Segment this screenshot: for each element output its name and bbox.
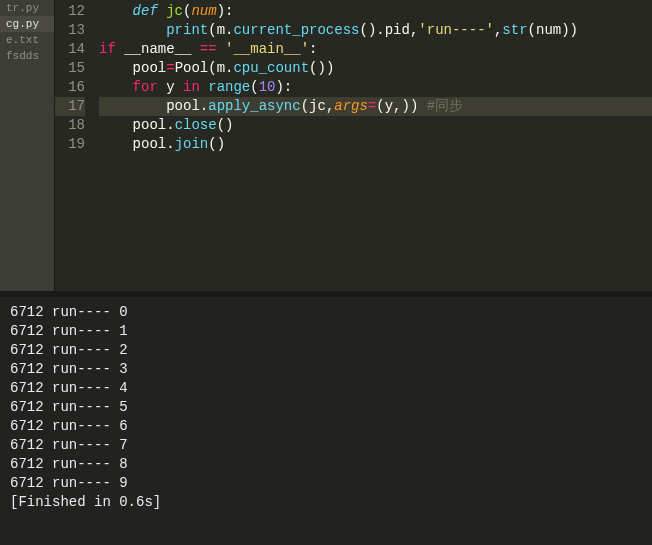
token: : [309,41,317,57]
token: jc [309,98,326,114]
output-console[interactable]: 6712 run---- 0 6712 run---- 1 6712 run--… [0,297,652,545]
token: apply_async [208,98,300,114]
token: join [175,136,209,152]
code-line[interactable]: def jc(num): [99,2,652,21]
token: current_process [233,22,359,38]
token: ( [528,22,536,38]
line-number: 13 [55,21,85,40]
token: ): [275,79,292,95]
token: pool [133,60,167,76]
code-line[interactable]: pool.close() [99,116,652,135]
line-number: 14 [55,40,85,59]
token: () [217,117,234,133]
token: pid [385,22,410,38]
code-line[interactable]: for y in range(10): [99,78,652,97]
token: pool [133,136,167,152]
sidebar-file-item[interactable]: cg.py [0,16,54,32]
token: = [166,60,174,76]
token: )) [561,22,578,38]
code-line[interactable]: pool=Pool(m.cpu_count()) [99,59,652,78]
token: print [166,22,208,38]
token: num [536,22,561,38]
line-gutter: 1213141516171819 [55,0,95,291]
line-number: 16 [55,78,85,97]
token: def [133,3,167,19]
token: pool [166,98,200,114]
token: args [334,98,368,114]
token: ( [208,22,216,38]
token: num [191,3,216,19]
token: . [166,136,174,152]
token: y [385,98,393,114]
token: cpu_count [233,60,309,76]
file-sidebar: tr.pycg.pye.txtfsdds [0,0,55,291]
token: . [200,98,208,114]
token: . [166,117,174,133]
token: ( [376,98,384,114]
token: 10 [259,79,276,95]
token: ,)) [393,98,418,114]
token: Pool [175,60,209,76]
token: ( [301,98,309,114]
code-line[interactable]: pool.join() [99,135,652,154]
code-line[interactable]: if __name__ == '__main__': [99,40,652,59]
line-number: 19 [55,135,85,154]
token: (). [359,22,384,38]
token: () [208,136,225,152]
token: __name__ [124,41,191,57]
token: pool [133,117,167,133]
token: '__main__' [225,41,309,57]
token: if [99,41,124,57]
sidebar-file-item[interactable]: fsdds [0,48,54,64]
token: ( [208,60,216,76]
sidebar-file-item[interactable]: e.txt [0,32,54,48]
token: 'run----' [418,22,494,38]
sidebar-file-item[interactable]: tr.py [0,0,54,16]
code-content[interactable]: def jc(num): print(m.current_process().p… [95,0,652,291]
token: ( [250,79,258,95]
line-number: 12 [55,2,85,21]
token: ): [217,3,234,19]
token: m [217,60,225,76]
code-line[interactable]: pool.apply_async(jc,args=(y,)) #同步 [99,97,652,116]
token: for [133,79,167,95]
token: m [217,22,225,38]
code-line[interactable]: print(m.current_process().pid,'run----',… [99,21,652,40]
editor-section: tr.pycg.pye.txtfsdds 1213141516171819 de… [0,0,652,291]
editor-area[interactable]: 1213141516171819 def jc(num): print(m.cu… [55,0,652,291]
token: in [175,79,209,95]
token: range [208,79,250,95]
token: close [175,117,217,133]
token: y [166,79,174,95]
token: #同步 [418,98,463,114]
token: ()) [309,60,334,76]
line-number: 15 [55,59,85,78]
token: == [191,41,225,57]
line-number: 18 [55,116,85,135]
token: jc [166,3,183,19]
token: str [502,22,527,38]
line-number: 17 [55,97,85,116]
